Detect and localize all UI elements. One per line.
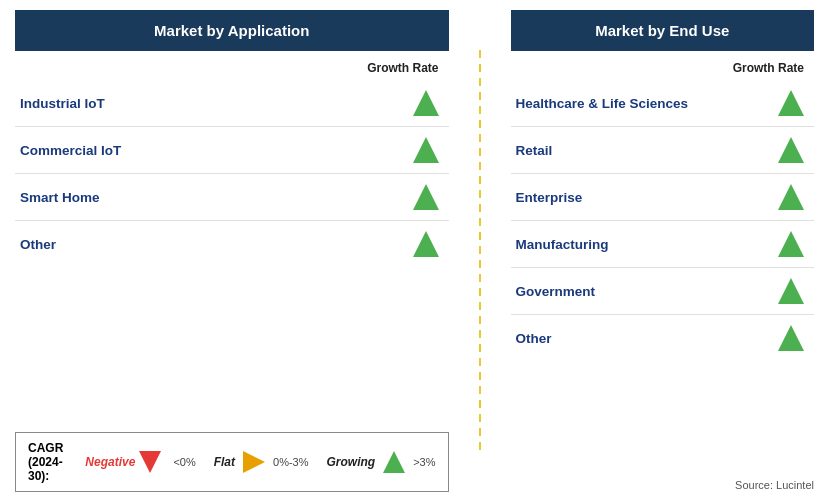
left-growth-rate-label: Growth Rate [15, 61, 449, 75]
right-row-label-2: Enterprise [516, 190, 583, 205]
arrow-flat-icon [243, 451, 265, 473]
arrow-up-icon-3 [413, 231, 439, 257]
arrow-up-icon-0 [413, 90, 439, 116]
left-items-list: Industrial IoT Commercial IoT Smart Home… [15, 80, 449, 267]
right-list-item: Government [511, 268, 814, 315]
left-list-item: Smart Home [15, 174, 449, 221]
right-list-item: Retail [511, 127, 814, 174]
right-list-item: Other [511, 315, 814, 361]
right-row-label-4: Government [516, 284, 596, 299]
left-row-label-1: Commercial IoT [20, 143, 121, 158]
right-panel-header: Market by End Use [511, 10, 814, 51]
left-list-item: Commercial IoT [15, 127, 449, 174]
arrow-up-icon-legend [383, 451, 405, 473]
legend-title: CAGR (2024-30): [28, 441, 67, 483]
arrow-up-icon-right-0 [778, 90, 804, 116]
left-row-label-3: Other [20, 237, 56, 252]
arrow-down-icon [139, 451, 161, 473]
right-items-list: Healthcare & Life Sciences Retail Enterp… [511, 80, 814, 361]
left-row-label-2: Smart Home [20, 190, 100, 205]
arrow-up-icon-right-1 [778, 137, 804, 163]
left-panel-header: Market by Application [15, 10, 449, 51]
right-row-label-1: Retail [516, 143, 553, 158]
right-list-item: Enterprise [511, 174, 814, 221]
arrow-up-icon-right-3 [778, 231, 804, 257]
right-panel: Market by End Use Growth Rate Healthcare… [491, 10, 814, 492]
arrow-up-icon-right-5 [778, 325, 804, 351]
legend-box: CAGR (2024-30): Negative <0% Flat 0%-3% … [15, 432, 449, 492]
dashed-line [479, 50, 481, 452]
left-row-label-0: Industrial IoT [20, 96, 105, 111]
legend-growing: Growing >3% [327, 451, 436, 473]
right-row-label-5: Other [516, 331, 552, 346]
source-text: Source: Lucintel [735, 479, 814, 491]
left-list-item: Other [15, 221, 449, 267]
right-row-label-0: Healthcare & Life Sciences [516, 96, 689, 111]
right-list-item: Manufacturing [511, 221, 814, 268]
right-row-label-3: Manufacturing [516, 237, 609, 252]
legend-negative: Negative <0% [85, 451, 195, 473]
right-list-item: Healthcare & Life Sciences [511, 80, 814, 127]
divider [479, 10, 481, 492]
arrow-up-icon-2 [413, 184, 439, 210]
arrow-up-icon-right-2 [778, 184, 804, 210]
left-list-item: Industrial IoT [15, 80, 449, 127]
legend-flat: Flat 0%-3% [214, 451, 309, 473]
arrow-up-icon-1 [413, 137, 439, 163]
right-growth-rate-label: Growth Rate [511, 61, 814, 75]
left-panel: Market by Application Growth Rate Indust… [15, 10, 469, 492]
arrow-up-icon-right-4 [778, 278, 804, 304]
